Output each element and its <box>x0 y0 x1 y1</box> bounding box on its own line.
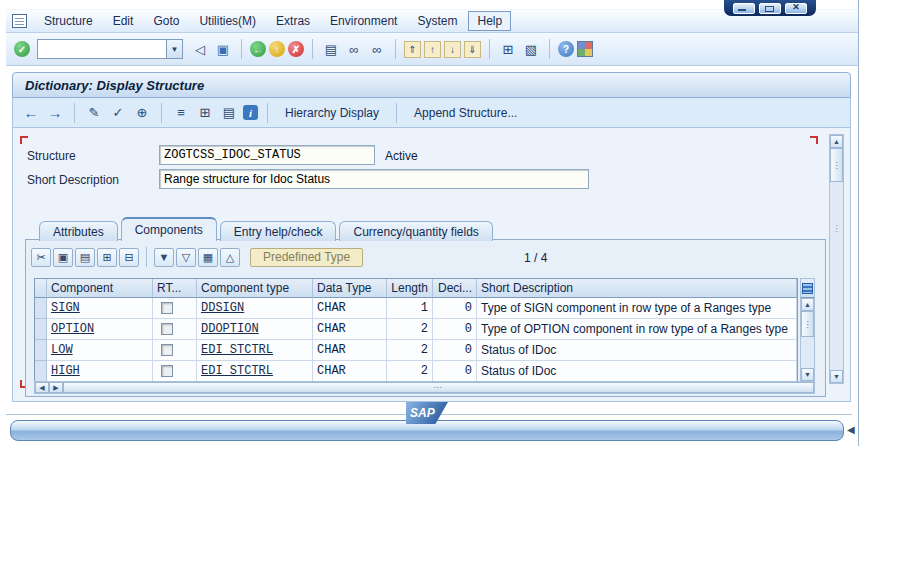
menu-goto[interactable]: Goto <box>144 11 188 31</box>
rt-checkbox[interactable] <box>161 344 173 356</box>
length-cell[interactable]: 2 <box>387 361 433 382</box>
tab-entry-help-check[interactable]: Entry help/check <box>220 221 337 241</box>
menu-extras[interactable]: Extras <box>267 11 319 31</box>
nav-forward-icon[interactable]: → <box>45 103 65 123</box>
find-next-icon[interactable]: ∞ <box>367 39 387 59</box>
layout-menu-icon[interactable] <box>577 41 593 57</box>
data-type-cell[interactable]: CHAR <box>313 298 387 319</box>
short-description-cell[interactable]: Type of SIGN component in row type of a … <box>477 298 797 319</box>
row-select-cell[interactable] <box>35 319 47 340</box>
minimize-button[interactable] <box>733 3 755 14</box>
rt-cell[interactable] <box>153 340 197 361</box>
nav-back-icon[interactable]: ← <box>21 103 41 123</box>
help-icon[interactable]: ? <box>558 41 574 57</box>
sort-icon[interactable]: △ <box>220 248 240 267</box>
close-button[interactable]: ✕ <box>785 3 807 14</box>
screen-scroll-track[interactable]: ⋮ <box>830 182 843 370</box>
append-structure-button[interactable]: Append Structure... <box>406 106 525 120</box>
table-scroll-up-button[interactable]: ▲ <box>801 298 814 311</box>
cancel-icon[interactable]: ✗ <box>288 41 304 57</box>
activate-icon[interactable]: ⊕ <box>132 103 152 123</box>
deselect-all-icon[interactable]: ▽ <box>176 248 196 267</box>
screen-scroll-up-button[interactable]: ▲ <box>830 135 843 148</box>
short-description-cell[interactable]: Type of OPTION component in row type of … <box>477 319 797 340</box>
rt-checkbox[interactable] <box>161 323 173 335</box>
save-icon[interactable]: ▣ <box>213 39 233 59</box>
component-type-link[interactable]: DDSIGN <box>201 301 244 315</box>
system-menu-icon[interactable] <box>12 14 27 28</box>
rt-checkbox[interactable] <box>161 302 173 314</box>
component-link[interactable]: HIGH <box>51 364 80 378</box>
decimals-cell[interactable]: 0 <box>433 361 477 382</box>
screen-scroll-thumb[interactable]: ⋮ <box>830 148 843 182</box>
enter-icon[interactable]: ✓ <box>14 41 30 57</box>
short-description-field[interactable] <box>159 169 589 189</box>
find-icon[interactable]: ∞ <box>344 39 364 59</box>
component-type-cell[interactable]: EDI_STCTRL <box>197 361 313 382</box>
last-page-icon[interactable]: ⇓ <box>464 41 481 58</box>
command-dropdown-icon[interactable]: ▼ <box>166 40 182 58</box>
enter-left-icon[interactable]: ◁ <box>190 39 210 59</box>
screen-scroll-down-button[interactable]: ▼ <box>830 370 843 383</box>
row-select-cell[interactable] <box>35 361 47 382</box>
tab-currency-quantity-fields[interactable]: Currency/quantity fields <box>339 221 492 241</box>
menu-environment[interactable]: Environment <box>321 11 406 31</box>
insert-row-icon[interactable]: ⊞ <box>97 248 117 267</box>
select-all-icon[interactable]: ▼ <box>154 248 174 267</box>
header-length[interactable]: Length <box>387 279 433 298</box>
horizontal-scroll-thumb[interactable]: ⋯ <box>63 382 814 393</box>
length-cell[interactable]: 2 <box>387 319 433 340</box>
object-list-icon[interactable]: ⊞ <box>195 103 215 123</box>
header-decimals[interactable]: Deci... <box>433 279 477 298</box>
display-change-icon[interactable]: ✎ <box>84 103 104 123</box>
tab-components[interactable]: Components <box>121 217 217 241</box>
print-icon[interactable]: ▤ <box>321 39 341 59</box>
activation-log-icon[interactable]: ▤ <box>219 103 239 123</box>
structure-name-field[interactable] <box>159 145 375 165</box>
rt-checkbox[interactable] <box>161 365 173 377</box>
component-type-link[interactable]: DDOPTION <box>201 322 259 336</box>
back-icon[interactable]: ← <box>250 41 266 57</box>
header-component-type[interactable]: Component type <box>197 279 313 298</box>
length-cell[interactable]: 2 <box>387 340 433 361</box>
rt-cell[interactable] <box>153 319 197 340</box>
status-bar-collapse-icon[interactable]: ◀ <box>847 424 855 435</box>
select-all-header-cell[interactable] <box>35 279 47 298</box>
delete-row-icon[interactable]: ⊟ <box>119 248 139 267</box>
component-type-cell[interactable]: DDSIGN <box>197 298 313 319</box>
where-used-icon[interactable]: ≡ <box>171 103 191 123</box>
row-select-cell[interactable] <box>35 298 47 319</box>
command-input[interactable] <box>38 40 166 58</box>
component-cell[interactable]: OPTION <box>47 319 153 340</box>
short-description-cell[interactable]: Status of IDoc <box>477 340 797 361</box>
sap-shortcut-icon[interactable]: ▧ <box>521 39 541 59</box>
tab-attributes[interactable]: Attributes <box>39 221 118 241</box>
table-scroll-track[interactable] <box>801 337 814 368</box>
scroll-right-button[interactable]: ▶ <box>49 382 63 393</box>
component-type-link[interactable]: EDI_STCTRL <box>201 343 273 357</box>
data-type-cell[interactable]: CHAR <box>313 319 387 340</box>
first-page-icon[interactable]: ⇑ <box>404 41 421 58</box>
decimals-cell[interactable]: 0 <box>433 319 477 340</box>
header-rt[interactable]: RT... <box>153 279 197 298</box>
menu-edit[interactable]: Edit <box>104 11 143 31</box>
copy-icon[interactable]: ▣ <box>53 248 73 267</box>
maximize-button[interactable] <box>759 3 781 14</box>
menu-utilities[interactable]: Utilities(M) <box>190 11 265 31</box>
component-cell[interactable]: LOW <box>47 340 153 361</box>
page-down-icon[interactable]: ↓ <box>444 41 461 58</box>
page-up-icon[interactable]: ↑ <box>424 41 441 58</box>
decimals-cell[interactable]: 0 <box>433 340 477 361</box>
exit-icon[interactable]: ↑ <box>269 41 285 57</box>
cut-icon[interactable]: ✂ <box>31 248 51 267</box>
component-type-link[interactable]: EDI_STCTRL <box>201 364 273 378</box>
row-select-cell[interactable] <box>35 340 47 361</box>
data-type-cell[interactable]: CHAR <box>313 340 387 361</box>
menu-system[interactable]: System <box>408 11 466 31</box>
scroll-left-button[interactable]: ◀ <box>35 382 49 393</box>
component-link[interactable]: OPTION <box>51 322 94 336</box>
data-type-cell[interactable]: CHAR <box>313 361 387 382</box>
table-settings-icon[interactable] <box>801 279 814 298</box>
component-link[interactable]: LOW <box>51 343 73 357</box>
hierarchy-display-button[interactable]: Hierarchy Display <box>277 106 387 120</box>
